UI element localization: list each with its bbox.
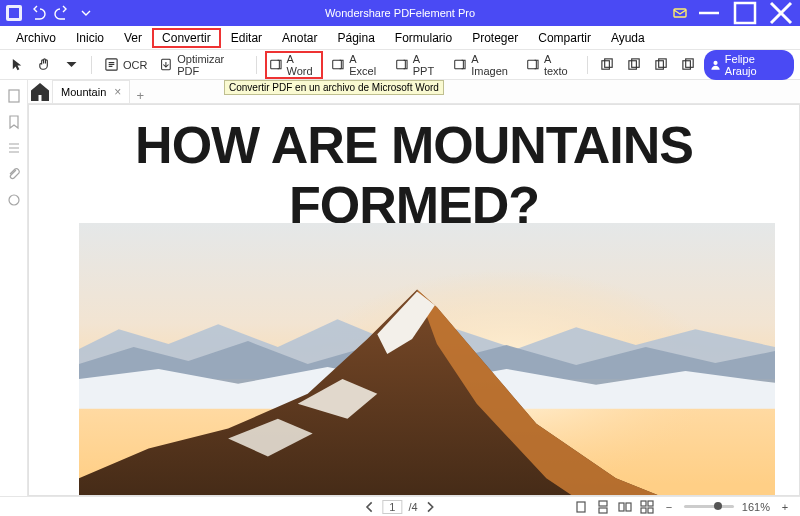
chevron-down-icon[interactable]	[78, 5, 94, 21]
toolbar-separator	[256, 56, 257, 74]
svg-rect-2	[674, 9, 686, 17]
batch-2-button[interactable]	[623, 55, 646, 74]
page-current[interactable]: 1	[382, 500, 402, 514]
svg-rect-14	[602, 61, 610, 69]
menu-pagina[interactable]: Página	[327, 28, 384, 48]
thumbnail-icon[interactable]	[6, 88, 22, 104]
svg-rect-35	[648, 508, 653, 513]
document-tab-label: Mountain	[61, 86, 106, 98]
svg-rect-17	[631, 59, 639, 67]
svg-rect-13	[528, 60, 537, 69]
menu-proteger[interactable]: Proteger	[462, 28, 528, 48]
zoom-value: 161%	[742, 501, 770, 513]
view-two-icon[interactable]	[618, 500, 632, 514]
svg-rect-1	[9, 8, 19, 18]
statusbar: 1 /4 − 161% +	[0, 496, 800, 516]
a-texto-label: A texto	[544, 53, 575, 77]
a-word-label: A Word	[286, 53, 319, 77]
a-ppt-button[interactable]: A PPT	[391, 51, 445, 79]
undo-icon[interactable]	[30, 5, 46, 21]
menu-archivo[interactable]: Archivo	[6, 28, 66, 48]
comment-icon[interactable]	[6, 192, 22, 208]
zoom-in-button[interactable]: +	[778, 500, 792, 514]
svg-rect-16	[629, 61, 637, 69]
menu-anotar[interactable]: Anotar	[272, 28, 327, 48]
close-button[interactable]	[766, 2, 796, 24]
bookmark-icon[interactable]	[6, 114, 22, 130]
svg-rect-9	[270, 60, 279, 69]
titlebar: Wondershare PDFelement Pro	[0, 0, 800, 26]
page-image	[79, 223, 775, 495]
batch-3-button[interactable]	[650, 55, 673, 74]
a-texto-button[interactable]: A texto	[522, 51, 579, 79]
svg-rect-30	[619, 503, 624, 511]
a-word-button[interactable]: A Word	[265, 51, 324, 79]
svg-rect-11	[397, 60, 406, 69]
svg-rect-15	[604, 59, 612, 67]
a-excel-label: A Excel	[349, 53, 383, 77]
zoom-out-button[interactable]: −	[662, 500, 676, 514]
svg-point-22	[713, 60, 717, 64]
user-account-button[interactable]: Felipe Araujo	[704, 50, 794, 80]
ocr-button[interactable]: OCR	[100, 55, 151, 74]
redo-icon[interactable]	[54, 5, 70, 21]
minimize-button[interactable]	[694, 2, 724, 24]
document-tab[interactable]: Mountain ×	[52, 80, 130, 103]
attachment-icon[interactable]	[6, 166, 22, 182]
menu-editar[interactable]: Editar	[221, 28, 272, 48]
mail-icon[interactable]	[672, 5, 688, 21]
a-imagen-label: A Imagen	[471, 53, 514, 77]
zoom-slider[interactable]	[684, 505, 734, 508]
user-name: Felipe Araujo	[725, 53, 784, 77]
svg-rect-27	[577, 502, 585, 512]
svg-rect-23	[9, 90, 19, 102]
page-title: HOW ARE MOUNTAINS FORMED?	[29, 105, 799, 235]
menu-inicio[interactable]: Inicio	[66, 28, 114, 48]
svg-rect-18	[656, 61, 664, 69]
optimizar-button[interactable]: Optimizar PDF	[155, 51, 247, 79]
sidebar	[0, 80, 28, 496]
svg-rect-12	[455, 60, 464, 69]
optimizar-label: Optimizar PDF	[177, 53, 244, 77]
a-excel-button[interactable]: A Excel	[327, 51, 387, 79]
menu-formulario[interactable]: Formulario	[385, 28, 462, 48]
maximize-button[interactable]	[730, 2, 760, 24]
menu-ver[interactable]: Ver	[114, 28, 152, 48]
batch-4-button[interactable]	[677, 55, 700, 74]
menu-compartir[interactable]: Compartir	[528, 28, 601, 48]
hand-tool[interactable]	[33, 55, 56, 74]
svg-rect-19	[658, 59, 666, 67]
menu-ayuda[interactable]: Ayuda	[601, 28, 655, 48]
prev-page-button[interactable]	[362, 500, 376, 514]
app-logo-icon	[6, 5, 22, 21]
svg-rect-31	[626, 503, 631, 511]
view-single-icon[interactable]	[574, 500, 588, 514]
view-twocont-icon[interactable]	[640, 500, 654, 514]
cursor-tool[interactable]	[6, 55, 29, 74]
outline-icon[interactable]	[6, 140, 22, 156]
svg-rect-29	[599, 508, 607, 513]
menu-convertir[interactable]: Convertir	[152, 28, 221, 48]
view-cont-icon[interactable]	[596, 500, 610, 514]
svg-rect-4	[735, 3, 755, 23]
new-tab-button[interactable]: +	[130, 88, 150, 103]
toolbar-separator	[91, 56, 92, 74]
a-imagen-button[interactable]: A Imagen	[449, 51, 518, 79]
home-tab[interactable]	[28, 81, 52, 103]
tooltip: Convertir PDF en un archivo de Microsoft…	[224, 80, 444, 95]
document-area: Mountain × + HOW ARE MOUNTAINS FORMED?	[28, 80, 800, 496]
page: HOW ARE MOUNTAINS FORMED?	[28, 104, 800, 496]
dropdown-tool[interactable]	[60, 55, 83, 74]
svg-rect-33	[648, 501, 653, 506]
app-title: Wondershare PDFelement Pro	[325, 7, 475, 19]
batch-1-button[interactable]	[596, 55, 619, 74]
ocr-label: OCR	[123, 59, 147, 71]
close-tab-icon[interactable]: ×	[114, 85, 121, 99]
svg-rect-32	[641, 501, 646, 506]
next-page-button[interactable]	[424, 500, 438, 514]
svg-rect-28	[599, 501, 607, 506]
svg-point-24	[9, 195, 19, 205]
svg-rect-21	[685, 59, 693, 67]
page-total: /4	[408, 501, 417, 513]
menubar: Archivo Inicio Ver Convertir Editar Anot…	[0, 26, 800, 50]
